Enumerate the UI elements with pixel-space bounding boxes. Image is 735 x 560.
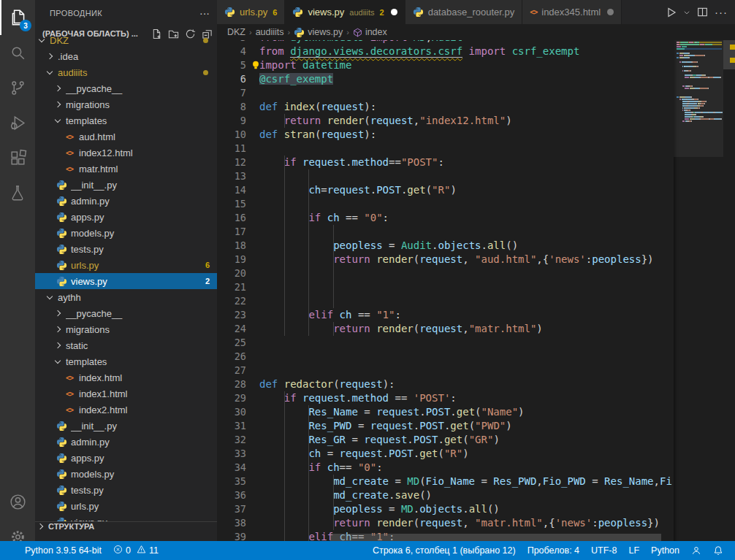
tree-item-urls.py[interactable]: urls.py (35, 498, 217, 514)
lightbulb-icon[interactable] (251, 60, 261, 74)
tree-item-admin.py[interactable]: admin.py (35, 193, 217, 209)
tab-urls.py[interactable]: urls.py6 (217, 0, 285, 24)
run-debug-icon[interactable] (0, 105, 35, 140)
tree-item-urls.py[interactable]: urls.py6 (35, 257, 217, 273)
code-line-16[interactable]: 16 if ch == "0": (217, 211, 674, 225)
dirty-indicator-dot[interactable] (391, 9, 397, 15)
code-line-13[interactable]: 13 (217, 169, 674, 183)
run-icon[interactable] (663, 4, 679, 21)
notifications-bell-icon[interactable] (707, 541, 729, 560)
code-line-12[interactable]: 12 if request.method=="POST": (217, 156, 674, 169)
code-line-25[interactable]: 25 (217, 336, 674, 350)
code-line-30[interactable]: 30 Res_Name = request.POST.get("Name") (217, 405, 674, 419)
tree-item-apps.py[interactable]: apps.py (35, 209, 217, 225)
code-line-29[interactable]: 29 if request.method == 'POST': (217, 391, 674, 405)
code-line-9[interactable]: 9 return render(request,"index12.html") (217, 114, 674, 128)
tree-item-__pycache__[interactable]: __pycache__ (35, 305, 217, 321)
sidebar-more-actions-icon[interactable]: ··· (199, 7, 210, 19)
code-line-11[interactable]: 11 (217, 142, 674, 156)
encoding-status[interactable]: UTF-8 (585, 541, 622, 560)
problems-status[interactable]: 0 11 (107, 541, 164, 560)
breadcrumb-item-index[interactable]: index (353, 27, 387, 37)
tree-item-__init__.py[interactable]: __init__.py (35, 418, 217, 434)
code-line-33[interactable]: 33 ch = request.POST.get("R") (217, 447, 674, 461)
tree-item-__init__.py[interactable]: __init__.py (35, 177, 217, 193)
code-line-7[interactable]: 7 (217, 86, 674, 100)
code-line-31[interactable]: 31 Res_PWD = request.POST.get("PWD") (217, 419, 674, 433)
dirty-indicator-dot[interactable] (607, 9, 614, 15)
code-line-20[interactable]: 20 (217, 266, 674, 280)
code-line-18[interactable]: 18 peopless = Audit.objects.all() (217, 239, 674, 253)
feedback-icon[interactable] (685, 541, 707, 560)
tree-item-index12.html[interactable]: <>index12.html (35, 145, 217, 161)
tree-item-static[interactable]: static (35, 337, 217, 353)
extensions-icon[interactable] (0, 140, 35, 175)
account-icon[interactable] (0, 484, 35, 519)
tab-views.py[interactable]: views.pyaudiiits2 (285, 0, 405, 24)
code-line-35[interactable]: 35 md_create = MD(Fio_Name = Res_PWD,Fio… (217, 475, 674, 488)
vertical-scrollbar[interactable] (723, 40, 735, 541)
minimap[interactable] (674, 40, 723, 541)
code-line-23[interactable]: 23 elif ch == "1": (217, 308, 674, 322)
more-actions-icon[interactable]: ··· (713, 4, 729, 21)
tree-item-DKZ[interactable]: DKZ (35, 32, 217, 48)
tree-item-audiiits[interactable]: audiiits (35, 64, 217, 80)
code-line-24[interactable]: 24 return render(request,"matr.html") (217, 322, 674, 336)
search-icon[interactable] (0, 35, 35, 70)
tree-item-apps.py[interactable]: apps.py (35, 450, 217, 466)
code-line-21[interactable]: 21 (217, 280, 674, 294)
tree-item-index.html[interactable]: <>index.html (35, 369, 217, 386)
tree-item-models.py[interactable]: models.py (35, 225, 217, 241)
tree-item-views.py[interactable]: views.py2 (35, 273, 217, 289)
code-line-5[interactable]: 5import datetime (217, 58, 674, 72)
language-mode-status[interactable]: Python (645, 541, 685, 560)
tree-item-templates[interactable]: templates (35, 353, 217, 369)
eol-status[interactable]: LF (622, 541, 645, 560)
tree-item-.idea[interactable]: .idea (35, 48, 217, 64)
outline-section-header[interactable]: СТРУКТУРА (35, 521, 217, 541)
tree-item-templates[interactable]: templates (35, 112, 217, 129)
tree-item-__pycache__[interactable]: __pycache__ (35, 80, 217, 96)
code-line-19[interactable]: 19 return render(request, "aud.html",{'n… (217, 253, 674, 266)
explorer-icon[interactable]: 3 (0, 0, 35, 35)
code-line-4[interactable]: 4from django.views.decorators.csrf impor… (217, 45, 674, 58)
tree-item-aythh[interactable]: aythh (35, 289, 217, 305)
breadcrumb-item-DKZ[interactable]: DKZ (227, 27, 245, 37)
code-line-22[interactable]: 22 (217, 294, 674, 308)
tree-item-models.py[interactable]: models.py (35, 466, 217, 482)
breadcrumb[interactable]: DKZ›audiiits›views.py›index (217, 24, 674, 40)
tree-item-tests.py[interactable]: tests.py (35, 241, 217, 257)
split-editor-icon[interactable] (694, 4, 710, 21)
python-interpreter-status[interactable]: Python 3.9.5 64-bit (19, 541, 107, 560)
code-line-32[interactable]: 32 Res_GR = request.POST.get("GR") (217, 433, 674, 447)
indentation-status[interactable]: Пробелов: 4 (522, 541, 585, 560)
code-line-26[interactable]: 26 (217, 350, 674, 364)
horizontal-scrollbar[interactable] (217, 534, 674, 541)
source-control-icon[interactable] (0, 70, 35, 105)
code-line-17[interactable]: 17 (217, 225, 674, 239)
code-line-6[interactable]: 6@csrf_exempt (217, 72, 674, 86)
tree-item-tests.py[interactable]: tests.py (35, 482, 217, 498)
code-line-38[interactable]: 38 return render(request, "matr.html",{'… (217, 516, 674, 530)
tree-item-migrations[interactable]: migrations (35, 321, 217, 337)
code-line-8[interactable]: 8def index(request): (217, 100, 674, 114)
tab-database_roouter.py[interactable]: database_roouter.py (405, 0, 523, 24)
code-line-34[interactable]: 34 if ch== "0": (217, 461, 674, 475)
tree-item-admin.py[interactable]: admin.py (35, 434, 217, 450)
code-editor[interactable]: 3from aythh.models import MD,Audit4from … (217, 40, 674, 541)
breadcrumb-item-audiiits[interactable]: audiiits (256, 27, 284, 37)
tree-item-index1.html[interactable]: <>index1.html (35, 386, 217, 402)
testing-icon[interactable] (0, 175, 35, 210)
code-line-15[interactable]: 15 (217, 197, 674, 211)
code-line-36[interactable]: 36 md_create.save() (217, 488, 674, 502)
cursor-position-status[interactable]: Строка 6, столбец 1 (выбрано 12) (367, 541, 522, 560)
tree-item-matr.html[interactable]: <>matr.html (35, 161, 217, 177)
code-line-28[interactable]: 28def redactor(request): (217, 377, 674, 391)
tree-item-aud.html[interactable]: <>aud.html (35, 129, 217, 145)
run-dropdown-icon[interactable] (682, 4, 691, 21)
breadcrumb-item-views.py[interactable]: views.py (294, 27, 343, 38)
code-line-37[interactable]: 37 peopless = MD.objects.all() (217, 502, 674, 516)
tab-index345.html[interactable]: <>index345.html (522, 0, 622, 24)
tree-item-migrations[interactable]: migrations (35, 96, 217, 112)
code-line-27[interactable]: 27 (217, 364, 674, 377)
